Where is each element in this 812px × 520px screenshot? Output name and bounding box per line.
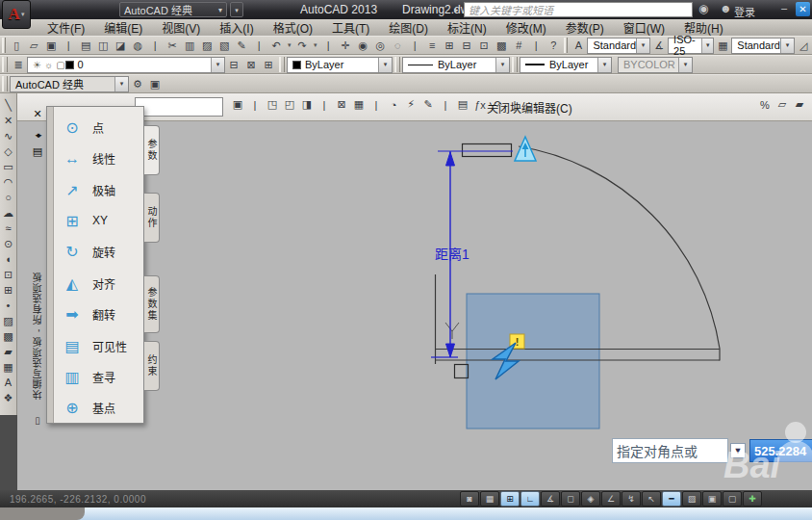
workspace-settings-gear-icon[interactable]: ⚙: [129, 76, 146, 92]
toolbar-button-match-properties[interactable]: ✎: [233, 38, 250, 54]
toolbar-button-zoom-previous[interactable]: ◌: [389, 38, 406, 54]
lineweight-combo[interactable]: ByLayer ▾: [520, 57, 612, 73]
toolbar-button-zoom-realtime[interactable]: ◉: [354, 38, 371, 54]
toolbar-button-redo-drop[interactable]: ▾: [311, 38, 319, 54]
block-editor-right-button-make-visible[interactable]: ▱: [774, 96, 791, 113]
toolbar-button-tool-palettes[interactable]: ⊟: [458, 38, 475, 54]
status-toggle-lineweight[interactable]: ━: [662, 491, 681, 507]
draw-tool-spline[interactable]: ≈: [1, 221, 16, 236]
autohide-icon[interactable]: ◂▸: [35, 130, 39, 140]
toolbar-button-plot[interactable]: ▤: [77, 38, 94, 54]
block-editor-button-save-block[interactable]: ▣: [229, 96, 246, 113]
chevron-down-icon[interactable]: ▾: [597, 58, 611, 72]
workspace-combo[interactable]: AutoCAD 经典 ▾: [10, 76, 129, 92]
menu-item-draw[interactable]: 绘图(D): [380, 18, 437, 37]
menu-item-insert[interactable]: 插入(I): [211, 18, 262, 37]
door-leaf-rect[interactable]: [463, 144, 512, 157]
block-editor-button-sep2[interactable]: |: [316, 96, 333, 113]
toolbar-button-sep3[interactable]: |: [250, 38, 267, 54]
menu-item-modify[interactable]: 修改(M): [497, 18, 555, 37]
chevron-down-icon[interactable]: ▾: [495, 58, 509, 72]
palette-titlebar[interactable]: ✕ ◂▸ ▤ 块编写选项板 - 所有选项板 ▯: [29, 104, 46, 428]
toolbar-grip[interactable]: [512, 57, 518, 72]
menu-item-format[interactable]: 格式(O): [265, 18, 321, 37]
properties-icon[interactable]: ▤: [33, 145, 42, 158]
menu-item-edit[interactable]: 编辑(E): [95, 18, 151, 37]
dim-style-icon[interactable]: ∡: [650, 38, 668, 54]
toolbar-button-sep6[interactable]: |: [527, 38, 545, 54]
block-editor-button-authoring-palettes[interactable]: ◳: [264, 96, 281, 113]
toolbar-button-cut[interactable]: ✂: [164, 38, 181, 54]
palette-tab-actions[interactable]: 动作: [144, 193, 160, 243]
menu-item-help[interactable]: 帮助(H): [675, 18, 732, 37]
toolbar-button-save[interactable]: ▣: [42, 38, 60, 54]
block-editor-button-sep[interactable]: |: [246, 96, 264, 113]
selection-window[interactable]: [467, 294, 599, 429]
status-toggle-ortho[interactable]: ∟: [520, 491, 540, 507]
block-editor-right-button-make-invisible[interactable]: ▰: [791, 96, 808, 113]
toolbar-grip[interactable]: [2, 38, 6, 53]
toolbar-button-web[interactable]: ◍: [129, 38, 146, 54]
block-editor-button-sep4[interactable]: |: [437, 96, 454, 113]
toolbar-grip[interactable]: [564, 38, 568, 53]
palette-item-param-flip[interactable]: ➡ 翻转: [60, 299, 143, 328]
dynamic-input-value[interactable]: 525.2284: [749, 439, 812, 462]
palette-item-param-xy[interactable]: ⊞ XY: [60, 206, 143, 235]
menu-item-view[interactable]: 视图(V): [153, 18, 209, 37]
toolbar-grip[interactable]: [394, 57, 400, 72]
draw-tool-insert-block[interactable]: ⊡: [1, 267, 16, 282]
block-editor-button-attribute-sync[interactable]: ▤: [454, 96, 471, 113]
toolbar-button-markup[interactable]: ▩: [493, 38, 510, 54]
menu-item-file[interactable]: 文件(F): [38, 18, 93, 37]
menu-item-window[interactable]: 窗口(W): [615, 18, 673, 37]
draw-tool-arc[interactable]: ◠: [1, 174, 16, 190]
status-toggle-osnap-3d[interactable]: ◈: [581, 491, 600, 507]
draw-tool-revcloud[interactable]: ☁: [1, 205, 16, 221]
toolbar-button-copy[interactable]: ▥: [181, 38, 198, 54]
taskbar-tab[interactable]: [0, 507, 85, 520]
toolbar-grip[interactable]: [2, 76, 8, 91]
palette-item-param-point[interactable]: ⊙ 点: [60, 113, 143, 142]
workspace-switch-combo[interactable]: AutoCAD 经典 ▾: [119, 2, 227, 17]
draw-tool-rectangle[interactable]: ▭: [1, 159, 16, 174]
status-toggle-infer-constraints[interactable]: ◙: [460, 491, 479, 507]
toolbar-button-paste-special[interactable]: ▧: [216, 38, 233, 54]
close-block-editor-button[interactable]: 关闭块编辑器(C): [481, 97, 578, 117]
chevron-down-icon[interactable]: ▾: [701, 39, 713, 53]
palette-scrollbar[interactable]: [47, 107, 54, 423]
palette-item-param-alignment[interactable]: ◭ 对齐: [60, 269, 143, 298]
draw-tool-line[interactable]: ╲: [1, 97, 16, 113]
toolbar-button-properties[interactable]: ≡: [423, 38, 441, 54]
minimize-icon[interactable]: –: [781, 2, 787, 13]
status-toggle-dyn[interactable]: ↖: [642, 491, 661, 507]
block-editor-right-button-visibility-mode[interactable]: %: [756, 96, 774, 113]
chevron-down-icon[interactable]: ▾: [780, 39, 794, 53]
draw-tool-polyline[interactable]: ∿: [1, 128, 16, 143]
block-editor-button-sep3[interactable]: |: [368, 96, 385, 113]
toolbar-button-publish[interactable]: ◪: [112, 38, 129, 54]
draw-tool-point[interactable]: •: [1, 298, 16, 313]
toolbar-button-sep[interactable]: |: [60, 38, 77, 54]
sign-in-button[interactable]: 登录: [734, 4, 755, 19]
palette-item-param-basepoint[interactable]: ⊕ 基点: [60, 394, 143, 423]
draw-tool-circle[interactable]: ○: [1, 190, 16, 205]
block-editor-button-attribute-define[interactable]: ◨: [298, 96, 316, 113]
toolbar-button-new[interactable]: ▯: [8, 38, 25, 54]
block-editor-button-parameter[interactable]: ◰: [281, 96, 298, 113]
toolbar-button-undo-drop[interactable]: ▾: [285, 38, 293, 54]
toolbar-button-redo[interactable]: ↷: [293, 38, 311, 54]
status-toggle-selection-cycling[interactable]: ▢: [723, 491, 742, 507]
block-editor-button-parameter-manager[interactable]: ⊠: [333, 96, 350, 113]
layer-previous-button[interactable]: ⊟: [225, 57, 242, 73]
toolbar-button-undo[interactable]: ↶: [267, 38, 285, 54]
palette-item-param-rotation[interactable]: ↻ 旋转: [60, 238, 143, 267]
toolbar-button-sep4[interactable]: |: [319, 38, 337, 54]
toolbar-button-plot-preview[interactable]: ◫: [94, 38, 112, 54]
palette-tab-parameter-sets[interactable]: 参数集: [144, 275, 160, 333]
chevron-down-icon[interactable]: ▾: [114, 77, 128, 91]
user-icon[interactable]: ☻: [720, 2, 732, 15]
toolbar-grip[interactable]: [279, 57, 285, 72]
draw-tool-ellipse-arc[interactable]: ◖: [1, 251, 16, 267]
text-style-icon[interactable]: A: [570, 38, 587, 54]
draw-tool-ellipse[interactable]: ⊙: [1, 236, 16, 251]
